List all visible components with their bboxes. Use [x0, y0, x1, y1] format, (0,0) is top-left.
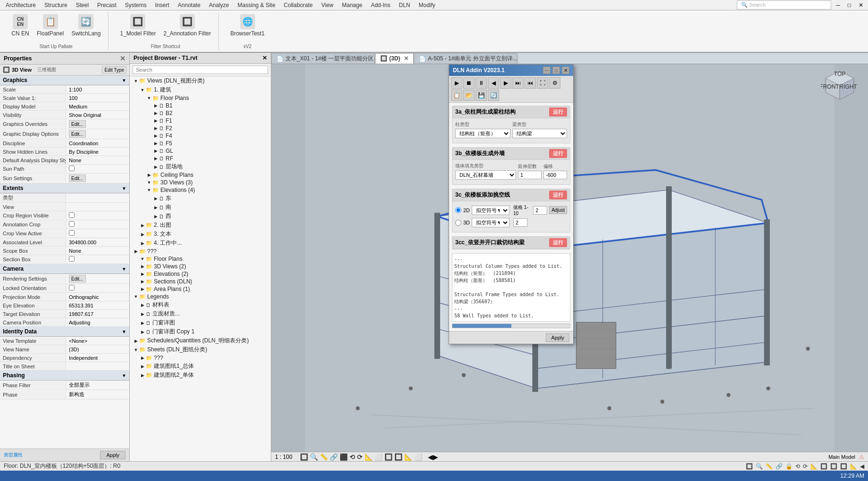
menu-item-steel[interactable]: Steel — [72, 1, 92, 9]
dln-section-3cc-run-btn[interactable]: 运行 — [549, 238, 567, 247]
tree-item[interactable]: ▶ 🗋 F1 — [130, 117, 271, 124]
status-icon-2[interactable]: 🔍 — [756, 463, 763, 470]
crop-region-visible-cb[interactable] — [69, 212, 75, 218]
tree-item[interactable]: ▶ 🗋 GL — [130, 147, 271, 155]
tree-item[interactable]: ▼ 📁 Elevations (4) — [130, 186, 271, 194]
display-options-edit-btn[interactable]: Edit... — [69, 130, 86, 138]
dln-3c-radio-3d[interactable] — [455, 220, 461, 226]
viewport-tool-7[interactable]: ⟳ — [357, 453, 363, 461]
section-identity-data[interactable]: Identity Data ▼ — [0, 327, 129, 337]
status-icon-3[interactable]: 📏 — [766, 463, 773, 470]
section-box-cb[interactable] — [69, 256, 75, 262]
help-search[interactable]: 🔍 Search — [737, 0, 831, 9]
section-camera[interactable]: Camera ▼ — [0, 264, 129, 274]
tree-item[interactable]: ▶ 🗋 F5 — [130, 140, 271, 147]
section-extents[interactable]: Extents ▼ — [0, 183, 129, 193]
project-browser-search[interactable] — [133, 66, 268, 74]
dln-tool-copy[interactable]: 📋 — [451, 90, 462, 101]
tree-item[interactable]: ▼ 📁 Legends — [130, 293, 271, 300]
tree-item[interactable]: ▶ 🗋 F4 — [130, 132, 271, 140]
crop-view-active-cb[interactable] — [69, 230, 75, 236]
ribbon-btn-annotation-filter[interactable]: 🔲 2_Annotation Filter — [160, 12, 214, 39]
dln-tool-pause[interactable]: ⏸ — [476, 77, 487, 89]
tree-item[interactable]: ▼ 📁 1. 建筑 — [130, 85, 271, 94]
rendering-settings-edit-btn[interactable]: Edit... — [69, 275, 86, 282]
dln-section-3a-run-btn[interactable]: 运行 — [549, 108, 567, 116]
status-icon-4[interactable]: 🔗 — [776, 463, 783, 470]
ribbon-btn-cnen[interactable]: CNEN CN EN — [8, 12, 32, 39]
dln-restore-btn[interactable]: □ — [552, 66, 560, 74]
status-icon-9[interactable]: 🔲 — [820, 463, 827, 470]
menu-item-annotate[interactable]: Annotate — [174, 1, 204, 9]
project-browser-close[interactable]: ✕ — [262, 55, 267, 61]
tree-item[interactable]: ▶ 📁 2. 出图 — [130, 221, 271, 230]
tab-0[interactable]: 📄 文本_X01 - 1#楼 一层平面功能分区 ✕ — [271, 53, 375, 64]
viewport-tool-4[interactable]: 🔗 — [330, 453, 338, 461]
tree-item[interactable]: ▶ 🗋 B1 — [130, 102, 271, 109]
dln-tool-run[interactable]: ▶ — [451, 77, 462, 89]
tree-item[interactable]: ▶ 📁 Elevations (2) — [130, 270, 271, 278]
status-icon-1[interactable]: 🔲 — [746, 463, 753, 470]
dln-titlebar[interactable]: DLN Addin V2023.1 ─ □ ✕ — [449, 65, 573, 76]
tree-item[interactable]: ▶ 📁 3. 文本 — [130, 230, 271, 239]
tree-item[interactable]: ▶ 🗋 RF — [130, 155, 271, 162]
menu-item-collaborate[interactable]: Collaborate — [280, 1, 317, 9]
viewport-tool-3[interactable]: 📏 — [320, 453, 328, 461]
menu-item-insert[interactable]: Insert — [151, 1, 173, 9]
dln-3c-select1[interactable]: 拟空符号▼ — [472, 206, 509, 215]
menu-item-addins[interactable]: Add-Ins — [367, 1, 394, 9]
tree-item[interactable]: ▶ 📁 建筑图纸1_总体 — [130, 362, 271, 371]
annotation-crop-cb[interactable] — [69, 221, 75, 227]
dln-tool-prev[interactable]: ◀ — [488, 77, 499, 89]
dln-3a-beam-type-select[interactable]: 结构梁 — [512, 129, 568, 138]
dln-tool-save[interactable]: 💾 — [476, 90, 487, 101]
tree-item[interactable]: ▶ 📁 Area Plans (1) — [130, 285, 271, 293]
menu-item-view[interactable]: View — [317, 1, 337, 9]
tree-item[interactable]: ▼ 📁 Floor Plans — [130, 255, 271, 263]
dln-section-3c-run-btn[interactable]: 运行 — [549, 191, 567, 199]
section-extents-arrow[interactable]: ▼ — [122, 186, 126, 191]
viewport-tool-13[interactable]: ⬜ — [414, 453, 422, 461]
tab-1[interactable]: 🔲 (3D) ✕ — [375, 53, 414, 64]
tree-item[interactable]: ▶ 📁 Ceiling Plans — [130, 171, 271, 179]
menu-item-analyze[interactable]: Analyze — [205, 1, 233, 9]
dln-3c-select2[interactable]: 拟空符号▼ — [472, 218, 509, 227]
graphics-overrides-edit-btn[interactable]: Edit... — [69, 120, 86, 128]
viewport-tool-12[interactable]: 📐 — [404, 453, 412, 461]
section-graphics[interactable]: Graphics ▼ — [0, 75, 129, 85]
status-icon-11[interactable]: 🔲 — [840, 463, 847, 470]
viewport[interactable]: TOP FRONT RIGHT 1 : 100 🔲 🔍 📏 🔗 ⬛ ⟲ — [271, 64, 868, 461]
ribbon-btn-browsertest[interactable]: 🌐 BrowserTest1 — [227, 12, 267, 39]
section-phasing[interactable]: Phasing ▼ — [0, 371, 129, 381]
tree-item[interactable]: ▶ 🗋 F2 — [130, 124, 271, 132]
menu-item-architecture[interactable]: Architecture — [2, 1, 40, 9]
tree-item[interactable]: ▶ 📁 Sections (DLN) — [130, 278, 271, 285]
tree-item[interactable]: ▶ 🗋 南 — [130, 203, 271, 212]
tree-item[interactable]: ▶ 🗋 东 — [130, 194, 271, 203]
status-icon-6[interactable]: ⟲ — [795, 463, 800, 470]
properties-apply-btn[interactable]: Apply — [100, 451, 125, 459]
section-graphics-arrow[interactable]: ▼ — [122, 78, 126, 83]
dln-minimize-btn[interactable]: ─ — [543, 66, 551, 74]
properties-help-link[interactable]: 类型属性 — [4, 452, 23, 458]
dln-3c-radio-2d[interactable] — [455, 207, 461, 213]
viewport-tool-2[interactable]: 🔍 — [310, 453, 318, 461]
dln-apply-btn[interactable]: Apply — [546, 333, 569, 342]
sun-settings-edit-btn[interactable]: Edit... — [69, 174, 86, 182]
tab-1-close[interactable]: ✕ — [404, 55, 409, 62]
status-icon-10[interactable]: 🔲 — [830, 463, 837, 470]
view-cube[interactable]: TOP FRONT RIGHT — [821, 69, 859, 107]
window-minimize[interactable]: ─ — [833, 1, 843, 9]
tree-item[interactable]: ▼ 📁 Sheets (DLN_图纸分类) — [130, 345, 271, 354]
viewport-tool-8[interactable]: 📐 — [365, 453, 373, 461]
dln-3b-offset-input[interactable] — [543, 171, 567, 179]
section-identity-data-arrow[interactable]: ▼ — [122, 329, 126, 334]
dln-3a-col-type-select[interactable]: 结构柱（矩形） — [455, 129, 510, 138]
window-close[interactable]: ✕ — [856, 1, 866, 9]
tree-item[interactable]: ▶ 📁 4. 工作中... — [130, 239, 271, 248]
menu-item-systems[interactable]: Systems — [121, 1, 150, 9]
section-phasing-arrow[interactable]: ▼ — [122, 373, 126, 378]
dln-3b-extend-input[interactable] — [518, 171, 542, 179]
section-camera-arrow[interactable]: ▼ — [122, 266, 126, 272]
tree-item[interactable]: ▶ 📁 ??? — [130, 354, 271, 362]
